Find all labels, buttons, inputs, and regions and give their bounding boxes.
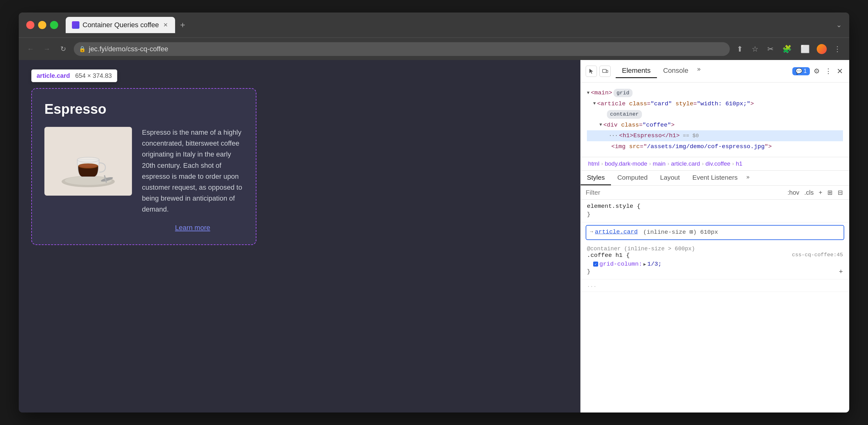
grid-badge: grid [614, 89, 632, 98]
cut-icon[interactable]: ✂ [766, 43, 775, 55]
div-tag: <div class="coffee"> [603, 121, 675, 130]
bc-div[interactable]: div.coffee [704, 160, 732, 168]
dom-line-div[interactable]: ▼ <div class="coffee"> [587, 120, 843, 131]
back-button[interactable]: ← [25, 43, 36, 55]
coffee-h1-selector: .coffee h1 { [587, 252, 630, 259]
styles-content: element.style { } → article.card (inline… [581, 200, 849, 413]
element-style-rule: element.style { } [581, 200, 849, 223]
bc-body[interactable]: body.dark-mode [603, 160, 649, 168]
filter-actions: :hov .cls + ⊞ ⊟ [786, 188, 844, 197]
styles-panel-tabs: Styles Computed Layout Event Listeners » [581, 171, 849, 186]
dollar-zero: == $0 [680, 132, 699, 140]
element-tooltip: article.card 654 × 374.83 [31, 69, 117, 82]
dom-line-main[interactable]: ▼ <main> grid [587, 88, 843, 98]
prop-name-grid: grid-column: [599, 261, 642, 267]
responsive-icon [602, 68, 608, 74]
img-src-link[interactable]: /assets/img/demo/cof-espresso.jpg [647, 143, 765, 150]
bc-h1[interactable]: h1 [735, 160, 744, 168]
style-toggle-icon2[interactable]: ⊟ [836, 188, 844, 197]
more-tabs-button[interactable]: » [694, 64, 703, 78]
lock-icon: 🔒 [79, 45, 86, 53]
prop-checkbox[interactable]: ✓ [593, 262, 598, 267]
svg-rect-9 [606, 70, 608, 72]
dom-line-article[interactable]: ▼ <article class="card" style="width: 61… [587, 98, 843, 109]
coffee-card: Espresso [31, 88, 256, 245]
dom-line-h1[interactable]: ··· <h1>Espresso</h1> == $0 [587, 130, 843, 141]
more-rules-partial: ... [581, 280, 849, 292]
svg-point-5 [80, 164, 97, 168]
badge-icon: 💬 [796, 68, 802, 75]
tooltip-dims: 654 × 374.83 [75, 72, 112, 79]
tab-bar: Container Queries coffee ✕ + [66, 17, 831, 33]
active-tab[interactable]: Container Queries coffee ✕ [66, 17, 175, 33]
styles-more-button[interactable]: » [744, 171, 752, 185]
tab-elements[interactable]: Elements [616, 64, 657, 78]
filter-cls-button[interactable]: .cls [803, 189, 815, 197]
dom-line-img[interactable]: <img src="/assets/img/demo/cof-espresso.… [587, 141, 843, 152]
element-style-close: } [587, 211, 843, 218]
forward-button[interactable]: → [41, 43, 53, 55]
new-tab-button[interactable]: + [176, 19, 189, 31]
bc-html[interactable]: html [587, 160, 601, 168]
inspect-element-button[interactable] [586, 66, 597, 77]
devtools-panel: Elements Console » 💬 1 ⚙ ⋮ ✕ ▼ <main> [580, 60, 849, 413]
tab-layout[interactable]: Layout [654, 171, 686, 185]
espresso-image-svg [49, 130, 127, 193]
address-field[interactable]: 🔒 jec.fyi/demo/css-cq-coffee [74, 42, 730, 56]
browser-content: article.card 654 × 374.83 Espresso [19, 60, 849, 413]
rule-close-bracket: } [587, 268, 590, 276]
responsive-design-button[interactable] [599, 66, 611, 77]
traffic-lights [26, 21, 58, 29]
extension-icon[interactable]: 🧩 [780, 43, 794, 55]
tab-event-listeners[interactable]: Event Listeners [686, 171, 744, 185]
prop-expand[interactable]: ▶ [644, 262, 646, 267]
css-file-ref: css-cq-coffee:45 [792, 252, 843, 259]
sidebar-icon[interactable]: ⬜ [799, 43, 812, 55]
styles-filter-input[interactable] [586, 189, 784, 196]
share-icon[interactable]: ⬆ [735, 43, 745, 55]
filter-hov-button[interactable]: :hov [786, 189, 801, 197]
bookmark-icon[interactable]: ☆ [750, 43, 761, 55]
cursor-icon [588, 68, 594, 74]
tab-computed[interactable]: Computed [611, 171, 654, 185]
maximize-button[interactable] [50, 21, 58, 29]
dom-line-container-badge: container [587, 109, 843, 120]
add-property-button[interactable]: + [839, 268, 843, 276]
minimize-button[interactable] [38, 21, 46, 29]
window-chevron: ⌄ [836, 21, 842, 29]
img-tag: <img src="/assets/img/demo/cof-espresso.… [611, 142, 772, 151]
card-inner: Espresso is the name of a highly concent… [44, 127, 243, 232]
cq-selector-link[interactable]: article.card [595, 228, 638, 235]
learn-more-link[interactable]: Learn more [142, 224, 243, 232]
devtools-tabs: Elements Console » [616, 64, 790, 78]
card-description: Espresso is the name of a highly concent… [142, 127, 243, 215]
url-text: jec.fyi/demo/css-cq-coffee [89, 45, 725, 53]
svg-rect-8 [602, 69, 606, 72]
bc-article[interactable]: article.card [670, 160, 701, 168]
coffee-h1-rule: .coffee h1 { css-cq-coffee:45 [587, 252, 843, 259]
devtools-settings-button[interactable]: ⚙ [812, 66, 821, 76]
devtools-menu-button[interactable]: ⋮ [824, 66, 833, 76]
container-badge: container [607, 110, 642, 119]
console-badge[interactable]: 💬 1 [792, 67, 810, 75]
card-text-area: Espresso is the name of a highly concent… [142, 127, 243, 232]
bc-main[interactable]: main [651, 160, 666, 168]
element-style-text: element.style { [587, 203, 640, 210]
address-bar: ← → ↻ 🔒 jec.fyi/demo/css-cq-coffee ⬆ ☆ ✂… [19, 37, 849, 60]
dom-tree: ▼ <main> grid ▼ <article class="card" st… [581, 83, 849, 157]
h1-tag: <h1>Espresso</h1> [619, 131, 680, 140]
tab-label: Container Queries coffee [83, 21, 159, 29]
profile-avatar[interactable] [817, 44, 827, 54]
tab-close-button[interactable]: ✕ [162, 22, 169, 28]
tab-console[interactable]: Console [657, 64, 695, 78]
filter-plus-button[interactable]: + [817, 189, 824, 197]
badge-count: 1 [804, 68, 807, 74]
at-container-text: @container (inline-size > 600px) [587, 246, 843, 252]
rule-footer: } + [587, 268, 843, 276]
devtools-close-button[interactable]: ✕ [835, 66, 844, 77]
close-button[interactable] [26, 21, 34, 29]
tab-styles[interactable]: Styles [581, 171, 611, 185]
reload-button[interactable]: ↻ [58, 43, 69, 55]
menu-icon[interactable]: ⋮ [832, 43, 843, 55]
style-toggle-icon1[interactable]: ⊞ [826, 188, 834, 197]
